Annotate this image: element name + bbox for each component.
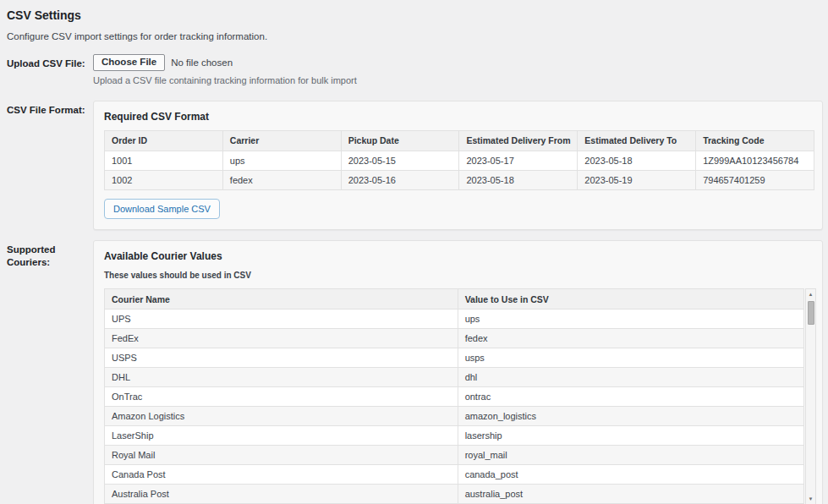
- table-cell: 2023-05-18: [578, 151, 696, 170]
- column-header: Value to Use in CSV: [458, 289, 803, 310]
- upload-csv-label: Upload CSV File:: [7, 54, 93, 70]
- scroll-down-icon[interactable]: ▼: [806, 494, 815, 504]
- table-row: Amazon Logisticsamazon_logistics: [105, 407, 804, 426]
- csv-format-table: Order IDCarrierPickup DateEstimated Deli…: [104, 130, 814, 190]
- vertical-scrollbar[interactable]: ▲ ▼: [805, 288, 816, 504]
- table-cell: ontrac: [458, 387, 803, 407]
- column-header: Courier Name: [105, 289, 458, 310]
- table-cell: 2023-05-17: [459, 151, 578, 170]
- table-row: UPSups: [105, 310, 804, 329]
- table-cell: 2023-05-18: [459, 170, 578, 189]
- table-cell: UPS: [105, 310, 458, 329]
- table-row: Australia Postaustralia_post: [105, 485, 804, 504]
- table-row: FedExfedex: [105, 329, 804, 348]
- column-header: Pickup Date: [341, 130, 459, 151]
- column-header: Order ID: [105, 130, 223, 151]
- table-cell: australia_post: [458, 485, 803, 504]
- upload-csv-field: Choose File No file chosen Upload a CSV …: [93, 54, 823, 85]
- table-row: Royal Mailroyal_mail: [105, 446, 804, 465]
- table-cell: 1002: [105, 170, 223, 189]
- column-header: Estimated Delivery To: [578, 130, 696, 151]
- couriers-scroll-area: Courier NameValue to Use in CSV UPSupsFe…: [104, 288, 816, 504]
- table-cell: dhl: [458, 368, 803, 387]
- couriers-heading: Available Courier Values: [104, 250, 812, 262]
- table-cell: FedEx: [105, 329, 458, 348]
- table-cell: Royal Mail: [105, 446, 458, 465]
- table-cell: 2023-05-16: [341, 170, 459, 189]
- table-cell: Australia Post: [105, 485, 458, 504]
- table-cell: amazon_logistics: [458, 407, 803, 426]
- table-cell: usps: [458, 348, 803, 368]
- download-sample-csv-button[interactable]: Download Sample CSV: [104, 199, 220, 220]
- table-cell: 794657401259: [696, 170, 814, 189]
- csv-settings-page: CSV Settings Configure CSV import settin…: [0, 0, 828, 504]
- upload-description: Upload a CSV file containing tracking in…: [93, 75, 823, 85]
- upload-csv-row: Upload CSV File: Choose File No file cho…: [7, 54, 823, 85]
- column-header: Estimated Delivery From: [459, 130, 578, 151]
- table-cell: canada_post: [458, 465, 803, 485]
- table-cell: LaserShip: [105, 426, 458, 446]
- couriers-note: These values should be used in CSV: [104, 271, 812, 280]
- couriers-panel: Available Courier Values These values sh…: [93, 240, 823, 504]
- csv-format-label: CSV File Format:: [7, 101, 93, 117]
- csv-format-panel: Required CSV Format Order IDCarrierPicku…: [93, 101, 823, 231]
- csv-format-row: CSV File Format: Required CSV Format Ord…: [7, 101, 823, 231]
- page-title: CSV Settings: [7, 8, 823, 22]
- table-header-row: Order IDCarrierPickup DateEstimated Deli…: [105, 130, 814, 151]
- table-cell: lasership: [458, 426, 803, 446]
- table-cell: 1Z999AA10123456784: [696, 151, 814, 170]
- couriers-table: Courier NameValue to Use in CSV UPSupsFe…: [104, 288, 804, 504]
- table-row: 1001ups2023-05-152023-05-172023-05-181Z9…: [105, 151, 814, 170]
- table-row: DHLdhl: [105, 368, 804, 387]
- supported-couriers-label: Supported Couriers:: [7, 240, 93, 269]
- table-row: USPSusps: [105, 348, 804, 368]
- table-row: LaserShiplasership: [105, 426, 804, 446]
- supported-couriers-row: Supported Couriers: Available Courier Va…: [7, 240, 823, 504]
- table-cell: USPS: [105, 348, 458, 368]
- file-status-text: No file chosen: [171, 58, 233, 68]
- table-cell: fedex: [458, 329, 803, 348]
- table-cell: 2023-05-15: [341, 151, 459, 170]
- table-cell: 2023-05-19: [578, 170, 696, 189]
- scrollbar-thumb[interactable]: [808, 301, 814, 325]
- scroll-up-icon[interactable]: ▲: [806, 289, 815, 299]
- table-row: OnTracontrac: [105, 387, 804, 407]
- table-cell: ups: [222, 151, 341, 170]
- csv-format-heading: Required CSV Format: [104, 111, 812, 123]
- choose-file-button[interactable]: Choose File: [93, 54, 165, 71]
- table-cell: OnTrac: [105, 387, 458, 407]
- table-cell: royal_mail: [458, 446, 803, 465]
- table-cell: Canada Post: [105, 465, 458, 485]
- table-cell: DHL: [105, 368, 458, 387]
- table-cell: 1001: [105, 151, 223, 170]
- column-header: Tracking Code: [696, 130, 814, 151]
- table-row: 1002fedex2023-05-162023-05-182023-05-197…: [105, 170, 814, 189]
- table-cell: fedex: [222, 170, 341, 189]
- table-row: Canada Postcanada_post: [105, 465, 804, 485]
- column-header: Carrier: [222, 130, 341, 151]
- table-header-row: Courier NameValue to Use in CSV: [105, 289, 804, 310]
- page-description: Configure CSV import settings for order …: [7, 31, 823, 41]
- table-cell: Amazon Logistics: [105, 407, 458, 426]
- table-cell: ups: [458, 310, 803, 329]
